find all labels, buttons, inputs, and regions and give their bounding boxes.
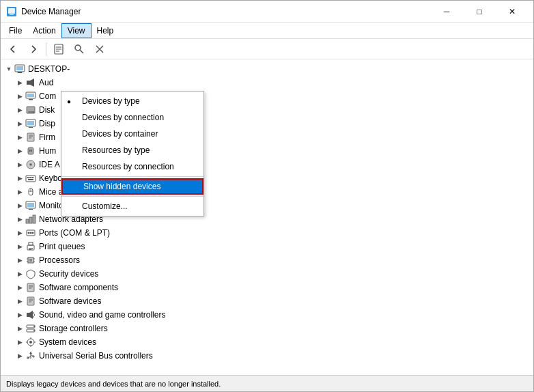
svg-rect-37 <box>27 177 29 178</box>
view-devices-by-type[interactable]: ● Devices by type <box>61 93 203 109</box>
sound-icon <box>25 309 36 320</box>
view-customize[interactable]: Customize... <box>61 198 203 214</box>
tree-item-print-queues[interactable]: ▶ Print queues <box>1 240 533 253</box>
svg-rect-14 <box>17 72 23 72</box>
tree-item-storage[interactable]: ▶ Storage controllers <box>1 322 533 335</box>
print-queues-expand-icon[interactable]: ▶ <box>14 241 25 252</box>
display-expand-icon[interactable]: ▶ <box>14 118 25 129</box>
view-resources-by-type[interactable]: Resources by type <box>61 142 203 158</box>
minimize-button[interactable]: ─ <box>431 1 462 23</box>
view-resources-by-connection[interactable]: Resources by connection <box>61 158 203 175</box>
svg-rect-39 <box>31 177 33 178</box>
ide-expand-icon[interactable]: ▶ <box>14 159 25 170</box>
system-label: System devices <box>39 337 96 347</box>
computer-cat-label: Com <box>39 92 56 101</box>
monitors-expand-icon[interactable]: ▶ <box>14 200 25 211</box>
toolbar-separator-1 <box>46 42 46 56</box>
svg-point-7 <box>75 45 81 51</box>
svg-rect-73 <box>27 313 29 317</box>
menu-view[interactable]: View <box>61 23 92 38</box>
usb-icon <box>25 350 36 361</box>
view-dropdown-menu[interactable]: ● Devices by type Devices by connection … <box>61 91 204 216</box>
status-bar: Displays legacy devices and devices that… <box>1 375 533 391</box>
security-label: Security devices <box>39 269 98 279</box>
processors-expand-icon[interactable]: ▶ <box>14 255 25 266</box>
disk-label: Disk <box>39 105 55 115</box>
keyboards-expand-icon[interactable]: ▶ <box>14 173 25 184</box>
svg-rect-38 <box>29 177 31 178</box>
svg-rect-30 <box>28 148 33 154</box>
ports-expand-icon[interactable]: ▶ <box>14 227 25 238</box>
forward-button[interactable] <box>24 40 43 58</box>
view-show-hidden[interactable]: Show hidden devices <box>61 178 203 195</box>
security-icon <box>25 268 36 279</box>
main-area: ▼ DESKTOP- ▶ Aud <box>1 59 533 375</box>
usb-expand-icon[interactable]: ▶ <box>14 350 25 361</box>
tree-item-sound[interactable]: ▶ Sound, video and game controllers <box>1 308 533 322</box>
svg-rect-58 <box>29 249 31 250</box>
network-expand-icon[interactable]: ▶ <box>14 214 25 225</box>
svg-point-77 <box>33 326 35 327</box>
security-expand-icon[interactable]: ▶ <box>14 268 25 279</box>
root-expand-icon[interactable]: ▼ <box>3 64 14 74</box>
sw-dev-expand-icon[interactable]: ▶ <box>14 296 25 307</box>
properties-button[interactable] <box>49 40 68 58</box>
human-icon <box>25 145 36 156</box>
scan-button[interactable] <box>70 40 89 58</box>
svg-rect-48 <box>26 219 29 223</box>
svg-rect-65 <box>27 283 34 292</box>
disk-expand-icon[interactable]: ▶ <box>14 104 25 115</box>
svg-point-22 <box>33 111 34 113</box>
display-icon <box>25 118 36 129</box>
svg-marker-86 <box>29 352 32 354</box>
sw-components-icon <box>25 282 36 293</box>
processor-icon <box>25 255 36 266</box>
sound-label: Sound, video and game controllers <box>39 310 165 320</box>
keyboard-icon <box>25 173 36 184</box>
svg-rect-41 <box>28 179 33 180</box>
window-icon <box>6 6 17 17</box>
tree-item-processors[interactable]: ▶ Processors <box>1 253 533 267</box>
view-devices-by-connection[interactable]: Devices by connection <box>61 109 203 126</box>
back-button[interactable] <box>3 40 23 58</box>
storage-icon <box>25 323 36 334</box>
firmware-expand-icon[interactable]: ▶ <box>14 132 25 143</box>
svg-rect-60 <box>29 259 32 262</box>
svg-rect-56 <box>29 242 33 245</box>
svg-rect-26 <box>27 133 34 141</box>
display-label: Disp <box>39 119 55 128</box>
storage-expand-icon[interactable]: ▶ <box>14 323 25 334</box>
maximize-button[interactable]: □ <box>464 1 495 23</box>
human-expand-icon[interactable]: ▶ <box>14 145 25 156</box>
tree-item-software-components[interactable]: ▶ Software components <box>1 281 533 294</box>
uninstall-button[interactable] <box>90 40 109 58</box>
audio-expand-icon[interactable]: ▶ <box>14 77 25 88</box>
tree-root[interactable]: ▼ DESKTOP- <box>1 62 533 76</box>
audio-label: Aud <box>39 78 53 87</box>
sound-expand-icon[interactable]: ▶ <box>14 309 25 320</box>
firmware-icon <box>25 132 36 143</box>
computer-expand-icon[interactable]: ▶ <box>14 91 25 102</box>
sw-comp-expand-icon[interactable]: ▶ <box>14 282 25 293</box>
tree-item-ports[interactable]: ▶ Ports (COM & LPT) <box>1 226 533 240</box>
svg-rect-24 <box>27 121 34 125</box>
tree-item-usb[interactable]: ▶ Universal Serial Bus controllers <box>1 349 533 363</box>
tree-item-system[interactable]: ▶ System devices <box>1 335 533 349</box>
mice-expand-icon[interactable]: ▶ <box>14 186 25 197</box>
system-expand-icon[interactable]: ▶ <box>14 337 25 348</box>
tree-item-software-devices[interactable]: ▶ Software devices <box>1 294 533 308</box>
storage-label: Storage controllers <box>39 324 108 333</box>
check-devices-by-type: ● <box>67 98 71 105</box>
audio-icon <box>25 77 36 88</box>
view-devices-by-container[interactable]: Devices by container <box>61 126 203 142</box>
ports-label: Ports (COM & LPT) <box>39 228 110 238</box>
tree-item-security[interactable]: ▶ Security devices <box>1 267 533 281</box>
menu-help[interactable]: Help <box>92 23 120 38</box>
tree-item-audio[interactable]: ▶ Aud <box>1 76 533 89</box>
software-components-label: Software components <box>39 283 118 292</box>
close-button[interactable]: ✕ <box>496 1 528 23</box>
menu-action[interactable]: Action <box>27 23 61 38</box>
toolbar <box>1 39 533 59</box>
menu-file[interactable]: File <box>3 23 27 38</box>
svg-rect-12 <box>16 66 23 70</box>
